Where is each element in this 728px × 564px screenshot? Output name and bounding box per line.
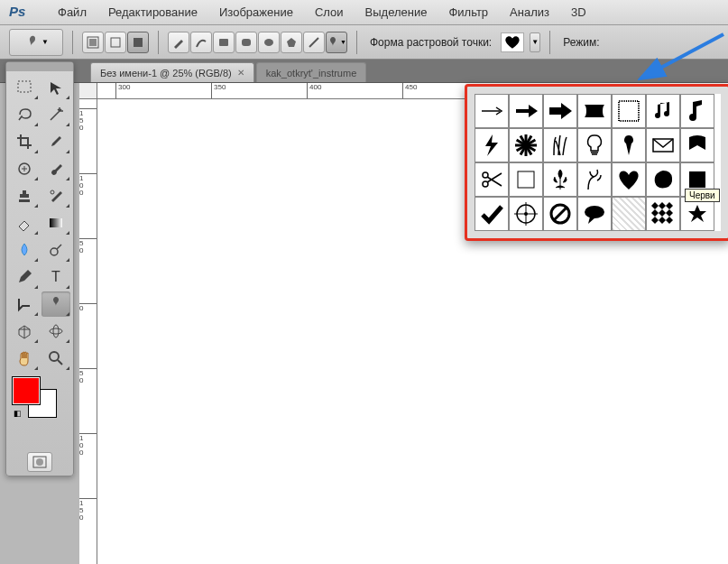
shape-check[interactable]: [475, 197, 509, 231]
ruler-mark: 450: [402, 83, 417, 99]
tool-hand[interactable]: [10, 346, 39, 371]
svg-marker-7: [287, 38, 296, 47]
shape-lightning[interactable]: [475, 128, 509, 162]
tool-stamp[interactable]: [10, 183, 39, 208]
ruler-mark: 400: [307, 83, 321, 99]
menu-select[interactable]: Выделение: [355, 2, 438, 23]
custom-shape-icon[interactable]: ▼: [326, 32, 347, 53]
tool-history[interactable]: [41, 183, 70, 208]
app-logo: Ps: [9, 4, 38, 22]
tool-shape[interactable]: [41, 291, 70, 317]
shape-vine[interactable]: [577, 162, 612, 197]
shape-heart[interactable]: [612, 162, 646, 197]
shape-music2[interactable]: [680, 94, 714, 128]
svg-line-8: [309, 38, 318, 47]
shape-target[interactable]: [509, 197, 543, 231]
foreground-color-swatch[interactable]: [12, 376, 41, 405]
tool-lasso[interactable]: [10, 102, 39, 127]
shape-ribbon[interactable]: [680, 128, 714, 162]
shape-frame[interactable]: [612, 94, 646, 128]
shape-rect-outline[interactable]: [509, 162, 543, 197]
svg-point-18: [50, 352, 59, 361]
svg-marker-62: [659, 217, 666, 224]
svg-marker-57: [666, 202, 673, 209]
tool-type[interactable]: T: [41, 264, 70, 290]
fill-pixels-button[interactable]: [127, 32, 149, 53]
svg-point-13: [51, 248, 58, 255]
line-icon[interactable]: [303, 32, 325, 53]
tool-crop[interactable]: [10, 129, 39, 154]
tool-gradient[interactable]: [41, 210, 70, 236]
menu-image[interactable]: Изображение: [208, 2, 304, 23]
tool-pen[interactable]: [10, 264, 39, 290]
shape-grass[interactable]: [543, 128, 577, 162]
shape-banner[interactable]: [577, 94, 612, 128]
shape-hatched[interactable]: [612, 197, 646, 231]
tool-3dcam[interactable]: [41, 319, 70, 344]
shape-scissors[interactable]: [475, 162, 509, 197]
shape-fleur[interactable]: [543, 162, 577, 197]
current-shape-preview[interactable]: [501, 32, 524, 52]
svg-point-17: [53, 325, 59, 337]
shape-tools-group: ▼: [168, 32, 347, 53]
svg-rect-27: [619, 101, 639, 121]
tool-blur[interactable]: [10, 237, 39, 263]
tab-untitled-1[interactable]: Без имени-1 @ 25% (RGB/8) ✕: [90, 62, 254, 82]
menu-filter[interactable]: Фильтр: [438, 2, 499, 23]
ellipse-icon[interactable]: [258, 32, 280, 53]
polygon-icon[interactable]: [281, 32, 302, 53]
ruler-mark: 100: [79, 173, 97, 197]
quick-mask-button[interactable]: [27, 452, 52, 472]
ruler-origin[interactable]: [79, 83, 97, 99]
shape-layer-button[interactable]: [82, 32, 104, 53]
menu-edit[interactable]: Редактирование: [97, 2, 208, 23]
menu-3d[interactable]: 3D: [560, 2, 597, 23]
tool-heal[interactable]: [10, 156, 39, 181]
svg-marker-55: [651, 202, 659, 209]
tool-eyedrop[interactable]: [41, 129, 70, 154]
tool-marquee[interactable]: [10, 75, 39, 100]
tool-path[interactable]: [10, 291, 39, 317]
shape-speech[interactable]: [577, 197, 612, 231]
tool-zoom[interactable]: [41, 346, 70, 371]
tool-move[interactable]: [41, 75, 70, 100]
menu-layers[interactable]: Слои: [304, 2, 355, 23]
tool-wand[interactable]: [41, 102, 70, 127]
close-icon[interactable]: ✕: [237, 68, 244, 78]
shape-burst[interactable]: [509, 128, 543, 162]
shape-no[interactable]: [543, 197, 577, 231]
panel-grip[interactable]: [6, 62, 73, 71]
tool-brush[interactable]: [41, 156, 70, 181]
default-colors-icon[interactable]: ◧: [14, 409, 22, 418]
tool-preset-picker[interactable]: ▼: [9, 29, 63, 56]
path-button[interactable]: [105, 32, 126, 53]
svg-marker-63: [666, 217, 673, 224]
shape-pin[interactable]: [612, 128, 646, 162]
svg-rect-1: [89, 39, 97, 46]
shape-mode-group: [82, 32, 149, 53]
shape-envelope[interactable]: [646, 128, 680, 162]
shape-music[interactable]: [646, 94, 680, 128]
tab-kak-otkryt[interactable]: kak_otkryt'_instrume: [256, 62, 367, 82]
tool-3d[interactable]: [10, 319, 39, 344]
rounded-rect-icon[interactable]: [235, 32, 257, 53]
shape-blob[interactable]: [646, 162, 680, 197]
shape-bulb[interactable]: [577, 128, 612, 162]
shape-arrow-thin[interactable]: [475, 94, 509, 128]
shape-puzzle[interactable]: Черви: [680, 162, 714, 197]
svg-line-19: [58, 360, 62, 365]
shape-arrow-bold[interactable]: [509, 94, 543, 128]
vertical-ruler[interactable]: 15010050050100150: [79, 99, 97, 564]
freeform-pen-icon[interactable]: [190, 32, 212, 53]
shape-dropdown-button[interactable]: ▼: [530, 32, 540, 52]
tool-eraser[interactable]: [10, 210, 39, 236]
svg-line-52: [554, 208, 567, 220]
shape-diamond-pattern[interactable]: [646, 197, 680, 231]
tool-dodge[interactable]: [41, 237, 70, 263]
shape-arrow-solid[interactable]: [543, 94, 577, 128]
rectangle-icon[interactable]: [213, 32, 235, 53]
menu-analysis[interactable]: Анализ: [499, 2, 560, 23]
pen-icon[interactable]: [168, 32, 189, 53]
toolbox-panel: T ◧: [5, 61, 74, 476]
menu-file[interactable]: Файл: [47, 2, 97, 23]
